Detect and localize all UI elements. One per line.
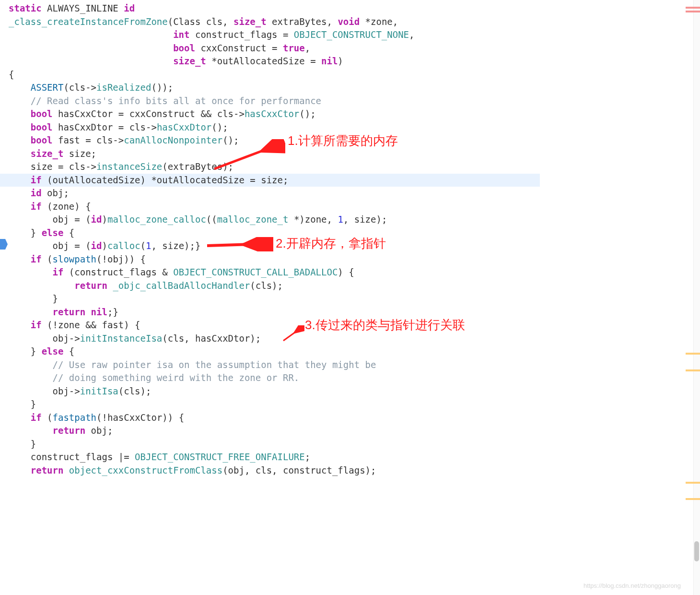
code-line: size_t size; bbox=[0, 147, 540, 161]
code-line: bool fast = cls->canAllocNonpointer(); bbox=[0, 134, 540, 147]
code-line: return object_cxxConstructFromClass(obj,… bbox=[0, 464, 540, 477]
minimap-marker[interactable] bbox=[686, 11, 700, 12]
code-line: } bbox=[0, 438, 540, 451]
code-line: bool cxxConstruct = true, bbox=[0, 42, 540, 55]
code-line: size_t *outAllocatedSize = nil) bbox=[0, 55, 540, 68]
code-line: if (construct_flags & OBJECT_CONSTRUCT_C… bbox=[0, 266, 540, 279]
code-line: { bbox=[0, 68, 540, 82]
watermark-text: https://blog.csdn.net/zhonggaorong bbox=[583, 582, 681, 589]
code-line: ASSERT(cls->isRealized()); bbox=[0, 81, 540, 95]
code-line: static ALWAYS_INLINE id bbox=[0, 2, 540, 15]
code-line: obj->initIsa(cls); bbox=[0, 385, 540, 398]
code-line: } bbox=[0, 292, 540, 306]
code-line: _class_createInstanceFromZone(Class cls,… bbox=[0, 15, 540, 29]
code-line: // Read class's info bits all at once fo… bbox=[0, 95, 540, 108]
minimap-marker[interactable] bbox=[686, 353, 700, 355]
code-line: } else { bbox=[0, 226, 540, 240]
svg-marker-0 bbox=[0, 239, 8, 250]
code-line: // doing something weird with the zone o… bbox=[0, 371, 540, 385]
code-editor[interactable]: static ALWAYS_INLINE id _class_createIns… bbox=[0, 0, 540, 595]
code-line: return nil;} bbox=[0, 306, 540, 319]
code-line: obj->initInstanceIsa(cls, hasCxxDtor); bbox=[0, 332, 540, 345]
code-line: } bbox=[0, 398, 540, 411]
code-line: size = cls->instanceSize(extraBytes); bbox=[0, 160, 540, 174]
code-line: // Use raw pointer isa on the assumption… bbox=[0, 358, 540, 372]
code-line: obj = (id)calloc(1, size);} bbox=[0, 239, 540, 253]
minimap-marker[interactable] bbox=[686, 7, 700, 9]
code-line: return obj; bbox=[0, 424, 540, 438]
code-line: construct_flags |= OBJECT_CONSTRUCT_FREE… bbox=[0, 451, 540, 464]
minimap-marker[interactable] bbox=[686, 498, 700, 500]
code-line: if (slowpath(!obj)) { bbox=[0, 253, 540, 266]
code-line: bool hasCxxDtor = cls->hasCxxDtor(); bbox=[0, 121, 540, 134]
code-line: int construct_flags = OBJECT_CONSTRUCT_N… bbox=[0, 28, 540, 42]
code-line: obj = (id)malloc_zone_calloc((malloc_zon… bbox=[0, 213, 540, 226]
code-line: } else { bbox=[0, 345, 540, 358]
minimap-marker[interactable] bbox=[686, 369, 700, 371]
code-line: bool hasCxxCtor = cxxConstruct && cls->h… bbox=[0, 107, 540, 121]
code-line: return _objc_callBadAllocHandler(cls); bbox=[0, 279, 540, 293]
breakpoint-marker-icon[interactable] bbox=[0, 238, 8, 250]
scrollbar-thumb[interactable] bbox=[694, 541, 699, 561]
code-line: if (!zone && fast) { bbox=[0, 319, 540, 332]
code-line-highlighted: if (outAllocatedSize) *outAllocatedSize … bbox=[0, 174, 540, 187]
code-line: if (fastpath(!hasCxxCtor)) { bbox=[0, 411, 540, 425]
vertical-scrollbar[interactable] bbox=[693, 0, 700, 595]
code-line: id obj; bbox=[0, 187, 540, 200]
code-line: if (zone) { bbox=[0, 200, 540, 214]
minimap-marker[interactable] bbox=[686, 482, 700, 484]
